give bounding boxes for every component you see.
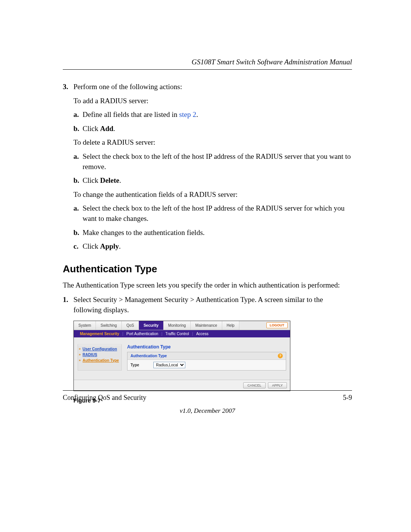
panel-box: Authentication Type ? Type Radius,Local	[127, 352, 286, 371]
section-heading-authentication-type: Authentication Type	[63, 263, 352, 275]
sub-letter: c.	[73, 241, 83, 252]
ui-screenshot: System Switching QoS Security Monitoring…	[73, 321, 290, 391]
step-3c-change: c. Click Apply.	[73, 241, 352, 252]
auth-step-1: 1. Select Security > Management Security…	[63, 295, 352, 315]
page-header-title: GS108T Smart Switch Software Administrat…	[63, 58, 352, 66]
step-3a-add: a. Define all fields that are listed in …	[73, 110, 352, 120]
step-3-lead: Perform one of the following actions:	[73, 82, 352, 92]
panel-box-title: Authentication Type	[131, 354, 167, 358]
text-post: .	[119, 176, 121, 184]
logout-button[interactable]: LOGOUT	[266, 322, 288, 328]
step2-link[interactable]: step 2	[179, 110, 196, 118]
step-3b-add: b. Click Add.	[73, 124, 352, 134]
change-radius-lead: To change the authentication fields of a…	[73, 190, 352, 200]
text-pre: Click	[83, 125, 100, 133]
apply-button[interactable]: APPLY	[268, 382, 287, 388]
tab-help[interactable]: Help	[222, 321, 240, 330]
sub-letter: b.	[73, 124, 83, 134]
add-bold: Add	[100, 125, 113, 133]
footer-rule	[63, 390, 352, 391]
tab-system[interactable]: System	[74, 321, 96, 330]
sub-letter: a.	[73, 203, 83, 224]
apply-bold: Apply	[100, 242, 119, 250]
section-intro: The Authentication Type screen lets you …	[63, 280, 352, 291]
step-3a-change: a. Select the check box to the left of t…	[73, 203, 352, 224]
subnav-sep: |	[192, 332, 193, 336]
text-pre: Click	[83, 242, 100, 250]
screenshot-footer: CANCEL APPLY	[74, 380, 290, 391]
authentication-type-select[interactable]: Radius,Local	[153, 362, 185, 368]
delete-bold: Delete	[100, 176, 119, 184]
sidemenu-authentication-type[interactable]: Authentication Type	[80, 358, 120, 363]
step-3a-delete: a. Select the check box to the left of t…	[73, 152, 352, 172]
auth-step-1-number: 1.	[63, 295, 73, 315]
add-radius-lead: To add a RADIUS server:	[73, 96, 352, 106]
tab-monitoring[interactable]: Monitoring	[164, 321, 191, 330]
sub-body: Click Add.	[83, 124, 352, 134]
subnav-port-authentication[interactable]: Port Authentication	[124, 332, 161, 336]
sub-body: Select the check box to the left of the …	[83, 152, 352, 172]
sidemenu-user-configuration[interactable]: User Configuration	[80, 346, 120, 352]
sidemenu-radius[interactable]: RADIUS	[80, 352, 120, 358]
sub-letter: a.	[73, 110, 83, 120]
auth-step-1-text: Select Security > Management Security > …	[73, 295, 352, 315]
sub-nav: Management Security| Port Authentication…	[74, 330, 290, 337]
panel-title: Authentication Type	[127, 344, 286, 350]
footer-page-number: 5-9	[343, 394, 352, 402]
subnav-management-security[interactable]: Management Security	[78, 332, 121, 336]
subnav-sep: |	[122, 332, 123, 336]
sub-body: Click Delete.	[83, 176, 352, 186]
text-pre: Define all fields that are listed in	[83, 110, 179, 118]
page-footer: Configuring QoS and Security 5-9 v1.0, D…	[63, 390, 352, 415]
text-post: .	[196, 110, 198, 118]
sub-letter: a.	[73, 152, 83, 172]
panel-row-type: Type Radius,Local	[127, 360, 286, 370]
main-panel: Authentication Type Authentication Type …	[127, 344, 286, 371]
subnav-traffic-control[interactable]: Traffic Control	[163, 332, 191, 336]
sub-body: Make changes to the authentication field…	[83, 228, 352, 238]
row-label-type: Type	[131, 363, 153, 367]
cancel-button[interactable]: CANCEL	[243, 382, 266, 388]
subnav-sep: |	[161, 332, 162, 336]
screenshot-body: User Configuration RADIUS Authentication…	[74, 337, 290, 380]
tab-maintenance[interactable]: Maintenance	[191, 321, 222, 330]
delete-radius-lead: To delete a RADIUS server:	[73, 137, 352, 148]
header-rule	[63, 69, 352, 70]
tab-qos[interactable]: QoS	[122, 321, 139, 330]
footer-chapter-title: Configuring QoS and Security	[63, 394, 146, 402]
step-3-number: 3.	[63, 82, 73, 92]
tab-security[interactable]: Security	[139, 321, 163, 330]
sub-letter: b.	[73, 176, 83, 186]
help-icon[interactable]: ?	[278, 353, 283, 358]
main-tab-bar: System Switching QoS Security Monitoring…	[74, 321, 290, 330]
tab-switching[interactable]: Switching	[96, 321, 122, 330]
text-post: .	[119, 242, 121, 250]
step-3: 3. Perform one of the following actions:	[63, 82, 352, 92]
step-3b-change: b. Make changes to the authentication fi…	[73, 228, 352, 238]
sub-letter: b.	[73, 228, 83, 238]
side-menu: User Configuration RADIUS Authentication…	[78, 344, 122, 371]
text-post: .	[113, 125, 115, 133]
sub-body: Define all fields that are listed in ste…	[83, 110, 352, 120]
footer-version: v1.0, December 2007	[63, 407, 352, 415]
sub-body: Click Apply.	[83, 241, 352, 252]
text-pre: Click	[83, 176, 100, 184]
step-3b-delete: b. Click Delete.	[73, 176, 352, 186]
subnav-access[interactable]: Access	[194, 332, 210, 336]
sub-body: Select the check box to the left of the …	[83, 203, 352, 224]
panel-box-header: Authentication Type ?	[127, 352, 286, 360]
